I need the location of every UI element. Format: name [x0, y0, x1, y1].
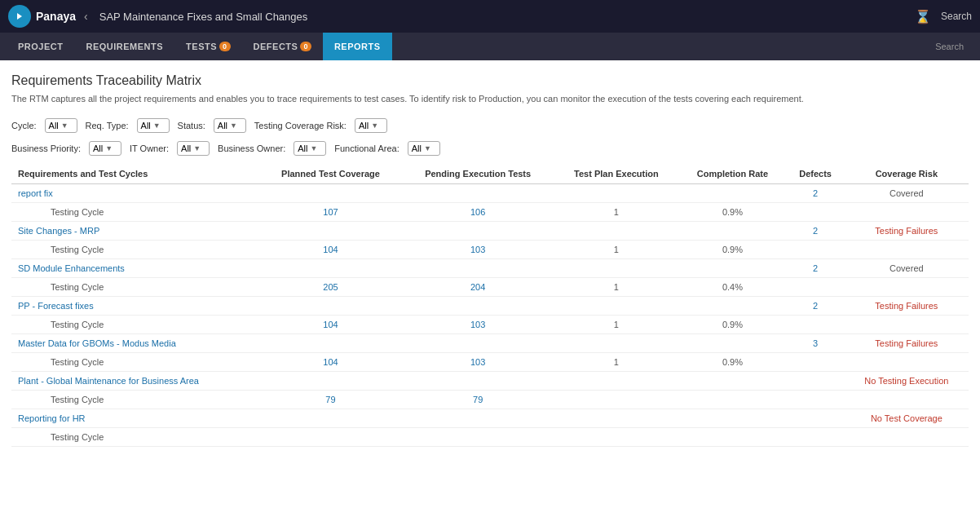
req-defects[interactable]: 2 [786, 259, 844, 278]
cycle-name-cell: Testing Cycle [11, 428, 259, 447]
cycle-planned[interactable]: 107 [323, 207, 338, 217]
req-completion [678, 297, 786, 316]
cycle-filter[interactable]: All ▼ [45, 118, 77, 133]
cycle-pending[interactable]: 103 [470, 357, 485, 367]
it-owner-filter[interactable]: All ▼ [177, 141, 210, 156]
collapse-arrow[interactable]: ‹ [84, 10, 88, 23]
col-execution: Test Plan Execution [554, 164, 678, 184]
functional-area-label: Functional Area: [334, 144, 400, 153]
cycle-execution-cell: 1 [554, 353, 678, 372]
cycle-arrow: ▼ [61, 121, 68, 130]
cycle-planned-cell: 104 [259, 353, 402, 372]
table-row: Plant - Global Maintenance for Business … [11, 372, 969, 391]
nav-tests[interactable]: TESTS 0 [174, 33, 241, 60]
requirement-name[interactable]: Reporting for HR [18, 413, 86, 423]
cycle-planned[interactable]: 205 [323, 282, 338, 292]
req-completion [678, 334, 786, 353]
coverage-risk-badge: No Testing Execution [864, 376, 948, 386]
cycle-name: Testing Cycle [18, 357, 104, 367]
req-name-cell: SD Module Enhancements [11, 259, 259, 278]
cycle-pending[interactable]: 103 [470, 320, 485, 329]
top-header: Panaya ‹ SAP Maintenance Fixes and Small… [0, 0, 980, 33]
cycle-execution-cell [554, 391, 678, 409]
help-button[interactable]: Search [941, 11, 972, 22]
req-defects [786, 372, 844, 391]
page-title: Requirements Traceability Matrix [11, 73, 969, 88]
req-pending [402, 259, 554, 278]
business-priority-filter[interactable]: All ▼ [89, 141, 121, 156]
req-type-filter[interactable]: All ▼ [137, 118, 170, 133]
cycle-completion-cell: 0.9% [678, 353, 786, 372]
nav-reports[interactable]: REPORTS [323, 33, 392, 60]
cycle-defects-cell [786, 428, 844, 447]
req-completion [678, 409, 786, 428]
req-execution [554, 297, 678, 316]
defects-count[interactable]: 2 [813, 226, 818, 236]
req-planned [259, 334, 402, 353]
req-defects[interactable]: 2 [786, 184, 844, 203]
req-name-cell: Reporting for HR [11, 409, 259, 428]
req-defects [786, 409, 844, 428]
defects-count[interactable]: 2 [813, 263, 818, 273]
cycle-pending-cell: 106 [402, 203, 554, 222]
nav-requirements[interactable]: REQUIREMENTS [74, 33, 174, 60]
col-pending: Pending Execution Tests [402, 164, 554, 184]
col-defects: Defects [786, 164, 844, 184]
table-header-row: Requirements and Test Cycles Planned Tes… [11, 164, 969, 184]
cycle-name: Testing Cycle [18, 245, 104, 254]
cycle-pending[interactable]: 103 [470, 245, 485, 254]
cycle-defects-cell [786, 316, 844, 334]
req-name-cell: Plant - Global Maintenance for Business … [11, 372, 259, 391]
cycle-defects-cell [786, 391, 844, 409]
cycle-pending[interactable]: 79 [473, 395, 483, 404]
req-completion [678, 222, 786, 241]
nav-project[interactable]: Requirements and Test Cycles PROJECT [7, 33, 74, 60]
req-planned [259, 409, 402, 428]
nav-search-area[interactable]: Search [925, 42, 973, 51]
it-owner-arrow: ▼ [193, 144, 201, 152]
table-row: Master Data for GBOMs - Modus Media 3 Te… [11, 334, 969, 353]
cycle-pending-cell [402, 428, 554, 447]
defects-count[interactable]: 2 [813, 301, 818, 311]
cycle-name-cell: Testing Cycle [11, 203, 259, 222]
functional-area-filter[interactable]: All ▼ [408, 141, 440, 156]
cycle-planned[interactable]: 104 [323, 320, 338, 329]
cycle-planned[interactable]: 79 [325, 395, 335, 404]
requirement-name[interactable]: Site Changes - MRP [18, 226, 99, 236]
requirement-name[interactable]: Plant - Global Maintenance for Business … [18, 376, 199, 386]
req-coverage-risk: No Testing Execution [845, 372, 969, 391]
testing-risk-filter[interactable]: All ▼ [355, 118, 387, 133]
cycle-name-cell: Testing Cycle [11, 316, 259, 334]
cycle-execution-cell: 1 [554, 241, 678, 259]
cycle-pending[interactable]: 106 [470, 207, 485, 217]
req-pending [402, 334, 554, 353]
nav-defects[interactable]: DEFECTS 0 [242, 33, 323, 60]
cycle-row: Testing Cycle 79 79 [11, 391, 969, 409]
table-row: Site Changes - MRP 2 Testing Failures [11, 222, 969, 241]
cycle-completion-cell [678, 428, 786, 447]
business-owner-filter[interactable]: All ▼ [294, 141, 326, 156]
cycle-row: Testing Cycle 104 103 1 0.9% [11, 316, 969, 334]
status-filter[interactable]: All ▼ [214, 118, 246, 133]
requirement-name[interactable]: Master Data for GBOMs - Modus Media [18, 338, 176, 348]
cycle-planned[interactable]: 104 [323, 357, 338, 367]
req-pending [402, 297, 554, 316]
coverage-risk-badge: Testing Failures [875, 338, 938, 348]
status-label: Status: [178, 121, 205, 130]
cycle-name: Testing Cycle [18, 432, 104, 442]
cycle-completion-cell [678, 391, 786, 409]
status-arrow: ▼ [230, 121, 237, 130]
requirement-name[interactable]: report fix [18, 188, 53, 198]
cycle-row: Testing Cycle 104 103 1 0.9% [11, 241, 969, 259]
req-defects[interactable]: 2 [786, 297, 844, 316]
requirement-name[interactable]: PP - Forecast fixes [18, 301, 94, 311]
req-defects[interactable]: 3 [786, 334, 844, 353]
requirement-name[interactable]: SD Module Enhancements [18, 263, 125, 273]
req-defects[interactable]: 2 [786, 222, 844, 241]
defects-count[interactable]: 2 [813, 188, 818, 198]
defects-count[interactable]: 3 [813, 338, 818, 348]
cycle-planned[interactable]: 104 [323, 245, 338, 254]
req-coverage-risk: Covered [845, 259, 969, 278]
cycle-pending-cell: 103 [402, 316, 554, 334]
cycle-pending[interactable]: 204 [470, 282, 485, 292]
